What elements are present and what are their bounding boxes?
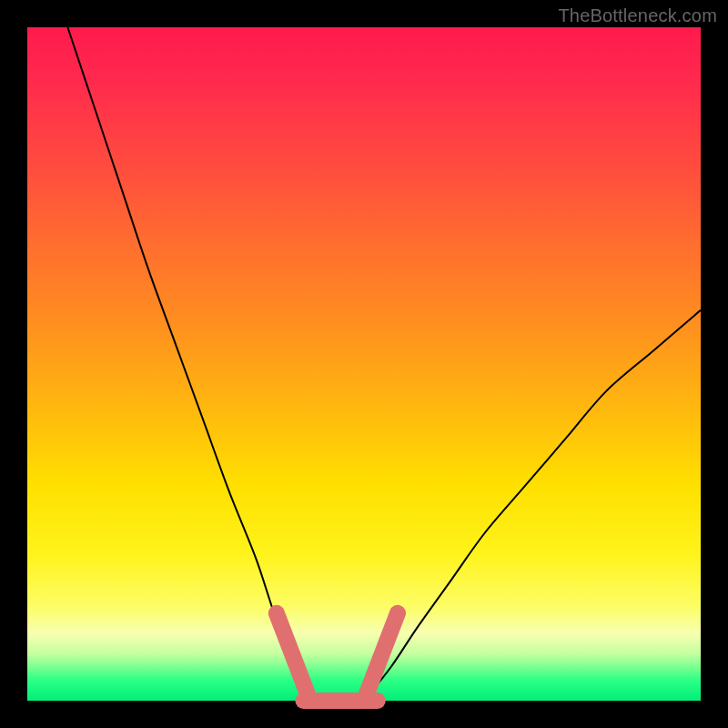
marker-left-diagonal — [277, 613, 310, 701]
watermark-text: TheBottleneck.com — [558, 5, 717, 26]
left-curve — [67, 27, 309, 701]
right-curve — [364, 310, 701, 701]
marker-right-diagonal — [364, 613, 398, 701]
curve-layer — [27, 27, 701, 701]
chart-frame: TheBottleneck.com — [0, 0, 728, 728]
plot-area — [27, 27, 701, 701]
